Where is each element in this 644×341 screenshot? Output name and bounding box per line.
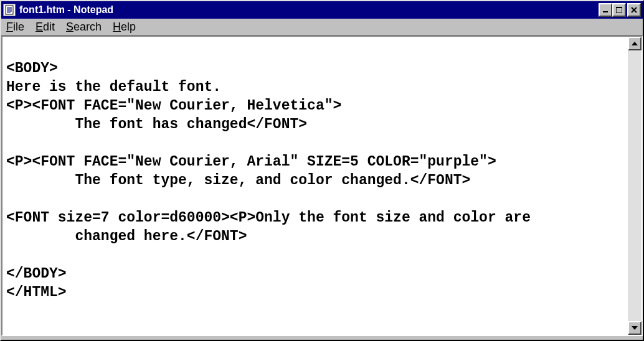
client-area: <BODY> Here is the default font. <P><FON… xyxy=(1,35,643,336)
close-button[interactable] xyxy=(627,3,641,17)
bottom-edge xyxy=(1,336,643,340)
svg-rect-6 xyxy=(603,11,608,12)
notepad-icon xyxy=(3,4,16,16)
menu-help[interactable]: Help xyxy=(113,21,136,34)
scroll-up-button[interactable] xyxy=(628,37,642,50)
menu-edit[interactable]: Edit xyxy=(36,21,55,34)
minimize-button[interactable] xyxy=(599,3,612,17)
svg-rect-8 xyxy=(616,7,622,8)
maximize-button[interactable] xyxy=(612,3,626,17)
window-title: font1.htm - Notepad xyxy=(19,4,599,16)
menu-file[interactable]: File xyxy=(6,21,24,34)
notepad-window: font1.htm - Notepad File Edit Search Hel… xyxy=(0,0,644,341)
menu-file-rest: ile xyxy=(13,21,24,33)
menu-help-rest: elp xyxy=(121,21,136,33)
vertical-scrollbar[interactable] xyxy=(628,37,642,335)
scroll-track[interactable] xyxy=(628,50,642,321)
window-controls xyxy=(599,3,641,17)
menu-search-rest: earch xyxy=(73,21,102,33)
menu-edit-rest: dit xyxy=(43,21,55,33)
arrow-up-icon xyxy=(632,42,638,45)
scroll-down-button[interactable] xyxy=(628,321,642,335)
menu-search[interactable]: Search xyxy=(66,21,102,34)
menubar: File Edit Search Help xyxy=(1,19,643,35)
titlebar: font1.htm - Notepad xyxy=(1,1,643,19)
text-editor[interactable]: <BODY> Here is the default font. <P><FON… xyxy=(2,37,628,335)
arrow-down-icon xyxy=(632,326,638,330)
